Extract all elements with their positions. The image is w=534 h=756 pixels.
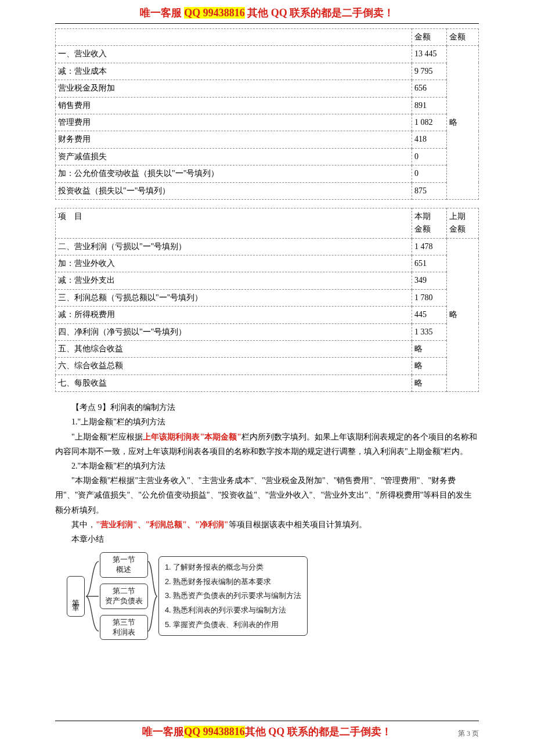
table-row: 四、净利润（净亏损以"一"号填列）1 335 <box>56 323 479 340</box>
cell-label: 减：所得税费用 <box>56 307 412 323</box>
bracket-icon <box>85 556 100 637</box>
table-row: 资产减值损失0 <box>56 148 479 165</box>
cell-label: 减：营业外支出 <box>56 272 412 289</box>
income-table-2: 项 目 本期金额 上期金额 二、营业利润（亏损以"一"号填别） 1 478 略 … <box>55 208 479 392</box>
cell-amt: 418 <box>412 131 447 148</box>
cell-amt: 13 445 <box>412 46 447 63</box>
cell-label: 减：营业成本 <box>56 63 412 80</box>
cell-amt: 891 <box>412 97 447 114</box>
cell-label: 营业税金及附加 <box>56 80 412 97</box>
cell-amt: 略 <box>412 358 447 375</box>
cell-label: 销售费用 <box>56 97 412 114</box>
para-sub2-body: "本期金额"栏根据"主营业务收入"、"主营业务成本"、"营业税金及附加"、"销售… <box>55 473 479 517</box>
cell-label: 投资收益（损失以"一"号填列） <box>56 182 412 199</box>
diagram-points-box: 1. 了解财务报表的概念与分类 2. 熟悉财务报表编制的基本要求 3. 熟悉资产… <box>158 556 308 636</box>
header-col-1: 项 目 <box>56 208 412 238</box>
cell-amt: 0 <box>412 165 447 182</box>
summary-diagram: 第十章 第一节概述 第二节资产负债表 第三节利润表 1. 了解财务报表的概念与分… <box>67 552 479 640</box>
table-row: 加：公允价值变动收益（损失以"一"号填列）0 <box>56 165 479 182</box>
diagram-point: 3. 熟悉资产负债表的列示要求与编制方法 <box>165 589 301 603</box>
income-table-1: 金额 金额 一、营业收入 13 445 略 减：营业成本9 795 营业税金及附… <box>55 28 479 200</box>
diagram-point: 1. 了解财务报表的概念与分类 <box>165 560 301 575</box>
table-header-row: 金额 金额 <box>56 29 479 46</box>
table-row: 三、利润总额（亏损总额以"一"号填列）1 780 <box>56 289 479 306</box>
diagram-point: 4. 熟悉利润表的列示要求与编制方法 <box>165 603 301 618</box>
cell-amt: 1 335 <box>412 323 447 340</box>
red-text-2: "营业利润"、"利润总额"、"净利润" <box>96 520 229 529</box>
cell-label: 六、综合收益总额 <box>56 358 412 375</box>
red-text-1: 上年该期利润表"本期金额" <box>143 433 241 441</box>
table-row: 五、其他综合收益略 <box>56 341 479 358</box>
cell-label: 五、其他综合收益 <box>56 341 412 358</box>
table-row: 减：营业成本9 795 <box>56 63 479 80</box>
table-row: 投资收益（损失以"一"号填列）875 <box>56 182 479 199</box>
diagram-point: 2. 熟悉财务报表编制的基本要求 <box>165 575 301 589</box>
banner-text-1: 唯一客服 <box>140 7 185 19</box>
table-row: 减：营业外支出349 <box>56 272 479 289</box>
cell-label: 加：公允价值变动收益（损失以"一"号填列） <box>56 165 412 182</box>
table-row: 一、营业收入 13 445 略 <box>56 46 479 63</box>
header-col-3: 金额 <box>447 29 479 46</box>
table-header-row: 项 目 本期金额 上期金额 <box>56 208 479 238</box>
cell-amt: 1 780 <box>412 289 447 306</box>
cell-amt: 349 <box>412 272 447 289</box>
cell-merged-right: 略 <box>447 46 479 200</box>
cell-label: 资产减值损失 <box>56 148 412 165</box>
diagram-section-box: 第一节概述 <box>100 552 148 578</box>
cell-amt: 651 <box>412 255 447 272</box>
cell-amt: 445 <box>412 307 447 323</box>
cell-merged-right: 略 <box>447 238 479 392</box>
para-summary-title: 本章小结 <box>55 532 479 546</box>
para-sub1-body: "上期金额"栏应根据上年该期利润表"本期金额"栏内所列数字填列。如果上年该期利润… <box>55 430 479 459</box>
table-row: 二、营业利润（亏损以"一"号填别） 1 478 略 <box>56 238 479 255</box>
cell-label: 四、净利润（净亏损以"一"号填列） <box>56 323 412 340</box>
header-blank <box>56 29 412 46</box>
body-text: 【考点 9】利润表的编制方法 1."上期金额"栏的填列方法 "上期金额"栏应根据… <box>55 400 479 546</box>
table-row: 减：所得税费用445 <box>56 307 479 323</box>
para-sub1: 1."上期金额"栏的填列方法 <box>55 415 479 429</box>
cell-label: 财务费用 <box>56 131 412 148</box>
cell-amt: 9 795 <box>412 63 447 80</box>
cell-amt: 略 <box>412 375 447 391</box>
bracket-icon <box>147 556 158 637</box>
header-banner: 唯一客服 QQ 99438816 其他 QQ 联系的都是二手倒卖！ <box>55 0 479 24</box>
cell-label: 三、利润总额（亏损总额以"一"号填列） <box>56 289 412 306</box>
cell-amt: 656 <box>412 80 447 97</box>
table-row: 七、每股收益略 <box>56 375 479 391</box>
cell-amt: 1 478 <box>412 238 447 255</box>
table-row: 六、综合收益总额略 <box>56 358 479 375</box>
banner-text-2: 其他 QQ 联系的都是二手倒卖！ <box>245 725 392 739</box>
banner-highlight: QQ 99438816 <box>184 726 245 738</box>
cell-amt: 1 082 <box>412 114 447 131</box>
table-row: 销售费用891 <box>56 97 479 114</box>
cell-label: 一、营业收入 <box>56 46 412 63</box>
table-row: 管理费用1 082 <box>56 114 479 131</box>
cell-amt: 875 <box>412 182 447 199</box>
cell-amt: 略 <box>412 341 447 358</box>
cell-label: 管理费用 <box>56 114 412 131</box>
diagram-sections-col: 第一节概述 第二节资产负债表 第三节利润表 <box>100 552 148 640</box>
para-sub2-body2: 其中，"营业利润"、"利润总额"、"净利润"等项目根据该表中相关项目计算填列。 <box>55 517 479 532</box>
cell-label: 二、营业利润（亏损以"一"号填别） <box>56 238 412 255</box>
diagram-chapter-box: 第十章 <box>67 576 85 617</box>
header-col-3: 上期金额 <box>447 208 479 238</box>
diagram-section-box: 第二节资产负债表 <box>100 584 148 609</box>
cell-label: 加：营业外收入 <box>56 255 412 272</box>
banner-text-2: 其他 QQ 联系的都是二手倒卖！ <box>245 7 395 19</box>
diagram-section-box: 第三节利润表 <box>100 615 148 640</box>
page-number: 第 3 页 <box>458 729 479 739</box>
para-sub2: 2."本期金额"栏的填列方法 <box>55 459 479 473</box>
table-row: 营业税金及附加656 <box>56 80 479 97</box>
cell-amt: 0 <box>412 148 447 165</box>
footer-banner: 唯一客服 QQ 99438816 其他 QQ 联系的都是二手倒卖！ 第 3 页 <box>55 721 479 744</box>
banner-highlight: QQ 99438816 <box>184 7 245 19</box>
diagram-point: 5. 掌握资产负债表、利润表的作用 <box>165 618 301 632</box>
table-row: 加：营业外收入651 <box>56 255 479 272</box>
para-kp9-title: 【考点 9】利润表的编制方法 <box>55 400 479 415</box>
header-col-2: 本期金额 <box>412 208 447 238</box>
cell-label: 七、每股收益 <box>56 375 412 391</box>
header-col-2: 金额 <box>412 29 447 46</box>
table-row: 财务费用418 <box>56 131 479 148</box>
banner-text-1: 唯一客服 <box>142 725 184 739</box>
